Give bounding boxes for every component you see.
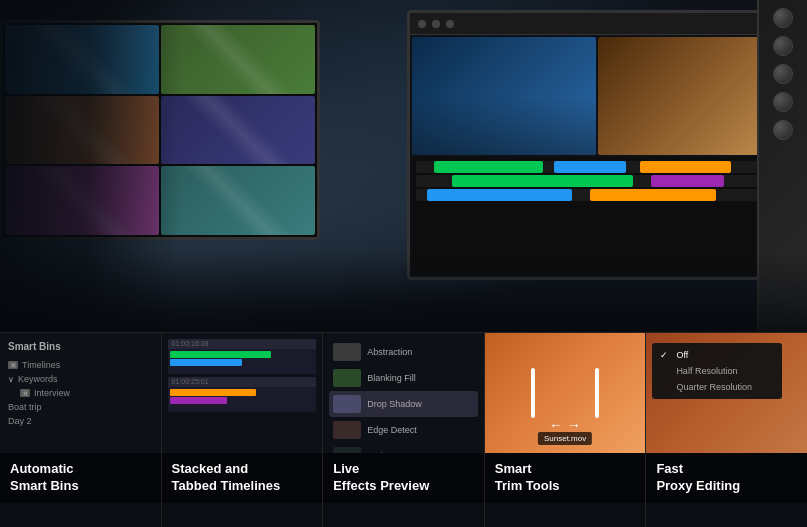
clip-orange-2 [590, 189, 717, 201]
timeline-track-3 [416, 189, 778, 201]
proxy-menu-half: Half Resolution [660, 363, 774, 379]
stacked-timeline-2: 01:00:25:01 [168, 377, 317, 412]
st-track-3 [170, 389, 257, 396]
sb-header: Smart Bins [8, 341, 153, 352]
sb-label-keywords: Keywords [18, 374, 58, 384]
stacked-timeline-1: 01:00:16:08 [168, 339, 317, 374]
effect-thumb-abstraction [333, 343, 361, 361]
sb-item-interview: ▣ Interview [8, 386, 153, 400]
proxy-menu-quarter: Quarter Resolution [660, 379, 774, 395]
proxy-off-label: Off [676, 350, 688, 360]
card-label-effects: LiveEffects Preview [323, 453, 484, 503]
dv-panel-beach [598, 37, 782, 155]
right-equipment [757, 0, 807, 340]
arrow-left: ← [549, 417, 563, 433]
trim-bar-left [531, 368, 535, 418]
effect-edgedetect: Edge Detect [329, 417, 478, 443]
trim-bar-right [595, 368, 599, 418]
trim-arrows: ← → [549, 417, 581, 433]
hero-section [0, 0, 807, 340]
clip-purple-1 [651, 175, 723, 187]
proxy-quarter-label: Quarter Resolution [676, 382, 752, 392]
filename-badge: Sunset.mov [538, 432, 592, 445]
st-header-1: 01:00:16:08 [168, 339, 317, 349]
smart-bins-ui: Smart Bins ▣ Timelines ∨ Keywords ▣ Inte… [8, 341, 153, 428]
sb-item-boattrip: Boat trip [8, 400, 153, 414]
clip-green-1 [434, 161, 543, 173]
knob-4 [773, 92, 793, 112]
sb-label-day2: Day 2 [8, 416, 32, 426]
dv-panel-timeline [412, 157, 782, 275]
proxy-preview: ✓ Off Half Resolution Quarter Resolution [646, 333, 807, 453]
card-title-stacked: Stacked andTabbed Timelines [172, 461, 313, 495]
card-label-proxy: FastProxy Editing [646, 453, 807, 503]
trim-handle [531, 368, 599, 418]
st-track-2 [170, 359, 242, 366]
effect-thumb-blanking [333, 369, 361, 387]
dot-2 [432, 20, 440, 28]
st-tracks-2 [168, 387, 317, 407]
clip-blue-2 [427, 189, 572, 201]
proxy-menu: ✓ Off Half Resolution Quarter Resolution [652, 343, 782, 399]
knob-2 [773, 36, 793, 56]
effect-label-dropshadow: Drop Shadow [367, 399, 422, 409]
effect-label-abstraction: Abstraction [367, 347, 412, 357]
sb-item-keywords: ∨ Keywords [8, 372, 153, 386]
sb-item-timelines: ▣ Timelines [8, 358, 153, 372]
trim-preview: ← → Sunset.mov [485, 333, 646, 453]
proxy-menu-off: ✓ Off [660, 347, 774, 363]
stacked-timelines-preview: 01:00:16:08 01:00:25:01 [162, 333, 323, 453]
effect-label-blanking: Blanking Fill [367, 373, 416, 383]
timeline-track-2 [416, 175, 778, 187]
effect-label-edgedetect: Edge Detect [367, 425, 417, 435]
st-header-2: 01:00:25:01 [168, 377, 317, 387]
chevron-keywords: ∨ [8, 375, 14, 384]
dot-1 [418, 20, 426, 28]
timeline-track-1 [416, 161, 778, 173]
monitors-area [120, 10, 787, 310]
card-label-smart-bins: AutomaticSmart Bins [0, 453, 161, 503]
effects-list: Abstraction Blanking Fill Drop Shadow Ed… [329, 339, 478, 453]
knob-1 [773, 8, 793, 28]
effect-thumb-emboss [333, 447, 361, 453]
clip-green-2 [452, 175, 633, 187]
davinci-content [410, 35, 784, 277]
effect-emboss: Emboss [329, 443, 478, 453]
dv-panel-preview [412, 37, 596, 155]
check-icon: ✓ [660, 350, 672, 360]
effect-abstraction: Abstraction [329, 339, 478, 365]
interview-icon: ▣ [20, 389, 30, 397]
sb-label-boattrip: Boat trip [8, 402, 42, 412]
effect-label-emboss: Emboss [367, 451, 400, 453]
effect-thumb-dropshadow [333, 395, 361, 413]
card-smart-trim[interactable]: ← → Sunset.mov SmartTrim Tools [485, 333, 647, 527]
clip-blue-1 [554, 161, 626, 173]
card-title-effects: LiveEffects Preview [333, 461, 474, 495]
card-stacked-timelines[interactable]: 01:00:16:08 01:00:25:01 Stacked andTabbe… [162, 333, 324, 527]
monitor-screen-right [410, 13, 784, 277]
card-title-trim: SmartTrim Tools [495, 461, 636, 495]
clip-orange-1 [640, 161, 731, 173]
st-track-4 [170, 397, 228, 404]
card-fast-proxy[interactable]: ✓ Off Half Resolution Quarter Resolution… [646, 333, 807, 527]
effect-thumb-edgedetect [333, 421, 361, 439]
card-title-proxy: FastProxy Editing [656, 461, 797, 495]
davinci-header [410, 13, 784, 35]
card-live-effects[interactable]: Abstraction Blanking Fill Drop Shadow Ed… [323, 333, 485, 527]
effect-blanking: Blanking Fill [329, 365, 478, 391]
knob-3 [773, 64, 793, 84]
knob-5 [773, 120, 793, 140]
proxy-half-label: Half Resolution [676, 366, 737, 376]
sb-label-interview: Interview [34, 388, 70, 398]
cards-section: Smart Bins ▣ Timelines ∨ Keywords ▣ Inte… [0, 332, 807, 527]
card-label-stacked: Stacked andTabbed Timelines [162, 453, 323, 503]
st-tracks-1 [168, 349, 317, 369]
st-track-1 [170, 351, 271, 358]
effects-preview: Abstraction Blanking Fill Drop Shadow Ed… [323, 333, 484, 453]
smart-bins-preview: Smart Bins ▣ Timelines ∨ Keywords ▣ Inte… [0, 333, 161, 453]
arrow-right: → [567, 417, 581, 433]
sb-label-timelines: Timelines [22, 360, 60, 370]
card-label-trim: SmartTrim Tools [485, 453, 646, 503]
card-title-smart-bins: AutomaticSmart Bins [10, 461, 151, 495]
card-smart-bins[interactable]: Smart Bins ▣ Timelines ∨ Keywords ▣ Inte… [0, 333, 162, 527]
